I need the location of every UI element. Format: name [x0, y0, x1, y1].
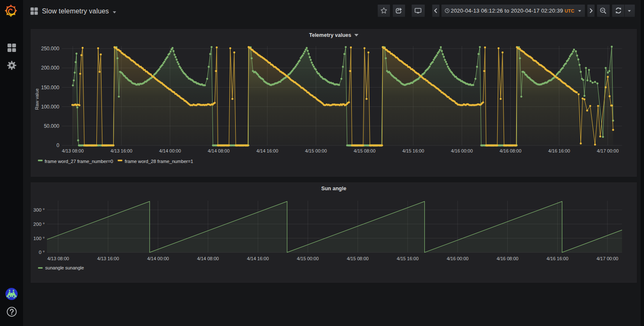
svg-text:4/16 00:00: 4/16 00:00 — [447, 256, 468, 261]
svg-text:4/14 16:00: 4/14 16:00 — [257, 148, 278, 153]
svg-text:4/16 16:00: 4/16 16:00 — [547, 256, 569, 261]
svg-text:0 °: 0 ° — [39, 250, 44, 255]
svg-text:4/17 00:00: 4/17 00:00 — [597, 148, 619, 153]
svg-text:frame word_28 frame_number=1: frame word_28 frame_number=1 — [125, 159, 193, 164]
svg-text:50.000: 50.000 — [44, 123, 60, 129]
svg-text:sunangle sunangle: sunangle sunangle — [45, 265, 84, 270]
svg-text:4/16 00:00: 4/16 00:00 — [451, 148, 473, 153]
svg-text:4/15 16:00: 4/15 16:00 — [402, 148, 424, 153]
svg-text:250.000: 250.000 — [41, 46, 60, 52]
svg-text:100.000: 100.000 — [41, 104, 60, 110]
svg-text:4/16 08:00: 4/16 08:00 — [497, 256, 519, 261]
svg-text:4/15 00:00: 4/15 00:00 — [305, 148, 327, 153]
svg-text:4/13 16:00: 4/13 16:00 — [111, 148, 132, 153]
svg-text:300 °: 300 ° — [34, 207, 45, 212]
svg-text:200 °: 200 ° — [34, 222, 45, 227]
svg-text:4/13 16:00: 4/13 16:00 — [97, 256, 119, 261]
svg-text:4/14 08:00: 4/14 08:00 — [197, 256, 219, 261]
svg-text:4/14 00:00: 4/14 00:00 — [147, 256, 169, 261]
svg-text:4/13 08:00: 4/13 08:00 — [47, 256, 69, 261]
svg-text:4/16 16:00: 4/16 16:00 — [548, 148, 570, 153]
svg-text:200.000: 200.000 — [41, 65, 60, 71]
svg-text:4/15 08:00: 4/15 08:00 — [354, 148, 376, 153]
svg-text:Raw value: Raw value — [34, 88, 39, 110]
svg-text:4/14 08:00: 4/14 08:00 — [208, 148, 230, 153]
svg-text:4/15 00:00: 4/15 00:00 — [297, 256, 319, 261]
svg-text:4/14 16:00: 4/14 16:00 — [247, 256, 269, 261]
svg-text:4/17 00:00: 4/17 00:00 — [597, 256, 618, 261]
svg-text:frame word_27 frame_number=0: frame word_27 frame_number=0 — [45, 159, 113, 164]
svg-text:4/15 16:00: 4/15 16:00 — [397, 256, 418, 261]
svg-text:4/14 00:00: 4/14 00:00 — [159, 148, 181, 153]
svg-text:0: 0 — [57, 142, 60, 148]
svg-text:100 °: 100 ° — [34, 236, 45, 241]
svg-text:4/16 08:00: 4/16 08:00 — [500, 148, 522, 153]
svg-text:4/13 08:00: 4/13 08:00 — [62, 148, 84, 153]
svg-text:150.000: 150.000 — [41, 85, 60, 91]
svg-text:4/15 08:00: 4/15 08:00 — [347, 256, 369, 261]
